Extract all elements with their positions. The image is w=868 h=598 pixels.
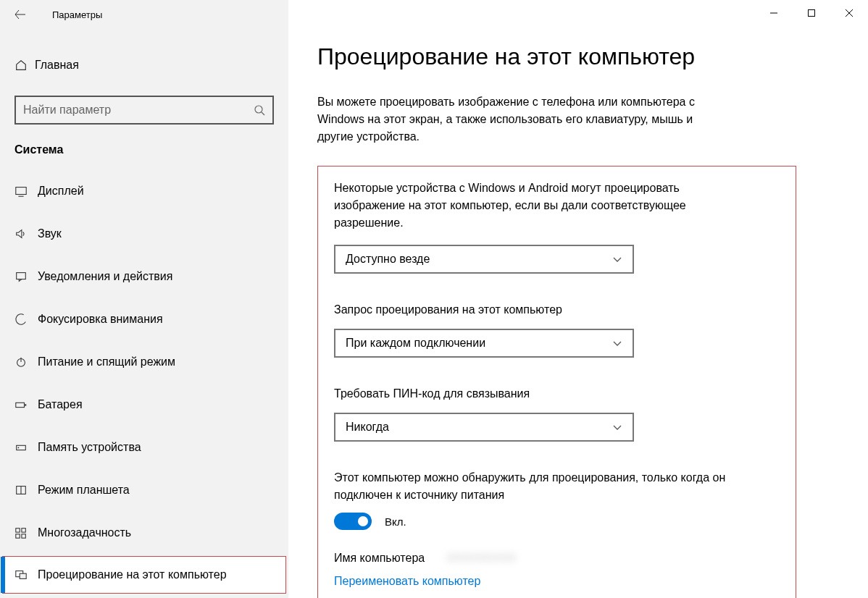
dropdown-availability[interactable]: Доступно везде (334, 245, 634, 274)
sidebar-item-display[interactable]: Дисплей (3, 172, 285, 210)
projecting-icon (14, 568, 38, 581)
dropdown-value: Доступно везде (346, 253, 430, 266)
setting-label-ask: Запрос проецирования на этот компьютер (334, 301, 740, 319)
sidebar: Параметры Главная Система Дисплей Звук (0, 0, 288, 598)
section-header: Система (14, 143, 274, 156)
toggle-discoverable[interactable] (334, 513, 372, 530)
chevron-down-icon (612, 338, 622, 348)
minimize-button[interactable] (755, 0, 793, 26)
sidebar-item-tablet[interactable]: Режим планшета (3, 471, 285, 509)
svg-point-0 (255, 106, 262, 113)
titlebar: Параметры (0, 0, 288, 29)
svg-line-1 (262, 112, 264, 115)
home-button[interactable]: Главная (0, 46, 288, 84)
toggle-state-label: Вкл. (385, 515, 406, 528)
pcname-value: XXXXXXXXX (446, 552, 516, 565)
maximize-button[interactable] (793, 0, 830, 26)
pcname-label: Имя компьютера (334, 552, 425, 565)
search-input[interactable] (14, 96, 274, 125)
dropdown-value: При каждом подключении (346, 337, 485, 350)
settings-block: Некоторые устройства с Windows и Android… (317, 166, 796, 598)
setting-label-discoverable: Этот компьютер можно обнаружить для прое… (334, 469, 740, 504)
rename-link[interactable]: Переименовать компьютер (334, 575, 780, 588)
sidebar-item-sound[interactable]: Звук (3, 215, 285, 253)
setting-label-availability: Некоторые устройства с Windows и Android… (334, 180, 740, 232)
search-field[interactable] (23, 104, 254, 117)
dropdown-pin[interactable]: Никогда (334, 413, 634, 442)
svg-rect-8 (25, 404, 26, 406)
home-icon (14, 59, 35, 72)
sidebar-item-label: Уведомления и действия (38, 270, 172, 283)
sidebar-item-power[interactable]: Питание и спящий режим (3, 343, 285, 381)
storage-icon (14, 441, 38, 454)
setting-label-pin: Требовать ПИН-код для связывания (334, 385, 740, 403)
svg-rect-20 (809, 10, 815, 17)
svg-rect-2 (16, 188, 26, 195)
svg-rect-15 (16, 534, 20, 538)
display-icon (14, 185, 38, 198)
sidebar-item-notifications[interactable]: Уведомления и действия (3, 258, 285, 295)
svg-rect-4 (17, 273, 26, 279)
home-label: Главная (35, 59, 79, 72)
page-title: Проецирование на этот компьютер (317, 43, 839, 70)
svg-rect-13 (16, 528, 20, 532)
battery-icon (14, 398, 38, 411)
intro-text: Вы можете проецировать изображение с тел… (317, 93, 730, 146)
sound-icon (14, 227, 38, 240)
notifications-icon (14, 270, 38, 283)
window-controls (755, 0, 868, 26)
power-icon (14, 355, 38, 369)
chevron-down-icon (612, 422, 622, 432)
tablet-icon (14, 484, 38, 497)
close-button[interactable] (830, 0, 868, 26)
maximize-icon (807, 9, 816, 17)
sidebar-item-battery[interactable]: Батарея (3, 386, 285, 424)
focus-assist-icon (14, 313, 38, 326)
dropdown-value: Никогда (346, 421, 389, 434)
sidebar-item-label: Фокусировка внимания (38, 313, 163, 326)
multitasking-icon (14, 526, 38, 539)
sidebar-item-label: Звук (38, 227, 62, 240)
back-button[interactable] (6, 0, 35, 29)
toggle-knob (358, 516, 368, 526)
sidebar-item-label: Режим планшета (38, 484, 130, 497)
close-icon (845, 9, 854, 17)
sidebar-item-label: Многозадачность (38, 526, 131, 539)
sidebar-item-label: Память устройства (38, 441, 141, 454)
svg-rect-7 (16, 403, 25, 407)
sidebar-item-label: Батарея (38, 398, 83, 411)
search-icon (254, 104, 265, 116)
chevron-down-icon (612, 254, 622, 264)
sidebar-item-storage[interactable]: Память устройства (3, 429, 285, 466)
main-content: Проецирование на этот компьютер Вы может… (288, 0, 868, 598)
window-title: Параметры (52, 9, 102, 20)
nav-list: Дисплей Звук Уведомления и действия Фоку… (0, 169, 288, 595)
sidebar-item-label: Питание и спящий режим (38, 355, 175, 369)
dropdown-ask[interactable]: При каждом подключении (334, 329, 634, 358)
arrow-left-icon (14, 9, 26, 20)
svg-rect-18 (20, 573, 26, 578)
minimize-icon (769, 9, 778, 17)
sidebar-item-projecting[interactable]: Проецирование на этот компьютер (2, 556, 286, 594)
sidebar-item-multitasking[interactable]: Многозадачность (3, 514, 285, 552)
svg-point-10 (18, 447, 20, 449)
sidebar-item-label: Проецирование на этот компьютер (38, 568, 227, 581)
sidebar-item-label: Дисплей (38, 185, 84, 198)
sidebar-item-focus[interactable]: Фокусировка внимания (3, 300, 285, 338)
svg-rect-16 (22, 534, 25, 538)
svg-rect-14 (22, 528, 25, 532)
